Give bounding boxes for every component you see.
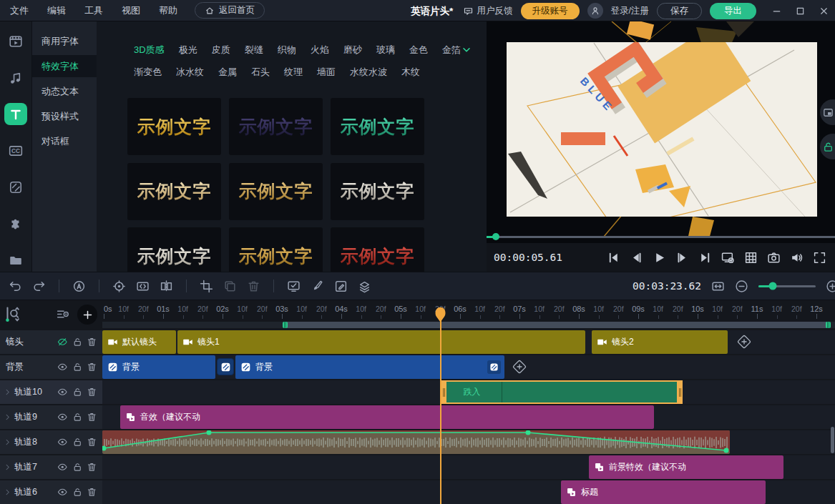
subnav-item[interactable]: 商用字体 [32, 30, 97, 52]
playhead-handle[interactable] [435, 307, 446, 322]
rail-item-subtitle[interactable]: CC [4, 139, 27, 162]
upgrade-button[interactable]: 升级账号 [521, 3, 580, 19]
tag-3D质感[interactable]: 3D质感 [134, 44, 165, 56]
delete-track-button[interactable] [87, 362, 97, 372]
tag-金属[interactable]: 金属 [218, 66, 237, 79]
subnav-item[interactable]: 预设样式 [32, 105, 97, 127]
rail-item-media-library[interactable] [4, 30, 27, 52]
text-effect-thumbnail-dark-indigo[interactable]: 示例文字 [229, 98, 323, 155]
toggle-track-visibility-button[interactable] [57, 412, 68, 423]
layers-button[interactable] [358, 280, 371, 293]
skip-end-button[interactable] [698, 251, 712, 265]
login-button[interactable]: 登录/注册 [611, 5, 649, 17]
feedback-button[interactable]: 用户反馈 [463, 5, 513, 17]
toggle-track-visibility-button[interactable] [57, 387, 68, 397]
rail-item-text[interactable] [4, 103, 27, 125]
subnav-item[interactable]: 特效字体 [32, 55, 97, 77]
play-button[interactable] [653, 251, 666, 265]
timeline-zoom-slider[interactable] [758, 285, 816, 287]
tag-金箔[interactable]: 金箔 [442, 44, 461, 56]
tag-磨砂[interactable]: 磨砂 [343, 44, 362, 56]
text-effect-thumbnail-gold-glitch[interactable]: 示例文字 [127, 98, 221, 155]
redo-button[interactable] [32, 280, 46, 293]
collapse-track-button[interactable] [3, 412, 12, 422]
rail-item-effects[interactable] [4, 213, 27, 235]
zoom-slider-knob[interactable] [769, 282, 777, 290]
tag-玻璃[interactable]: 玻璃 [376, 44, 395, 56]
expand-tags-button[interactable] [461, 44, 472, 56]
tag-水纹水波[interactable]: 水纹水波 [350, 66, 387, 79]
track-manager-button[interactable] [56, 307, 69, 321]
trash-button[interactable] [247, 280, 260, 293]
crop-button[interactable] [200, 280, 213, 293]
menu-编辑[interactable]: 编辑 [47, 4, 66, 17]
tag-皮质[interactable]: 皮质 [212, 44, 230, 56]
tag-裂缝[interactable]: 裂缝 [245, 44, 263, 56]
menu-文件[interactable]: 文件 [10, 4, 29, 17]
tag-火焰[interactable]: 火焰 [311, 44, 329, 56]
seek-handle[interactable] [492, 233, 499, 240]
back-home-button[interactable]: 返回首页 [195, 2, 265, 19]
vertical-scrollbar[interactable] [831, 427, 834, 453]
copy-button[interactable] [223, 280, 237, 293]
snapshot-button[interactable] [767, 251, 781, 265]
lock-track-button[interactable] [72, 437, 83, 448]
tag-墙面[interactable]: 墙面 [317, 66, 336, 79]
avatar[interactable] [587, 3, 603, 19]
maximize-button[interactable] [795, 6, 806, 16]
lock-track-button[interactable] [72, 337, 83, 347]
rail-item-audio[interactable] [4, 66, 27, 89]
text-effect-thumbnail-silver-white[interactable]: 示例文字 [127, 227, 221, 272]
menu-工具[interactable]: 工具 [84, 4, 103, 17]
lock-track-button[interactable] [72, 387, 83, 397]
text-effect-thumbnail-red[interactable]: 示例文字 [331, 227, 424, 272]
delete-track-button[interactable] [87, 387, 97, 397]
text-effect-thumbnail-champagne[interactable]: 示例文字 [127, 163, 221, 220]
collapse-track-button[interactable] [3, 488, 12, 497]
lock-track-button[interactable] [72, 412, 83, 423]
menu-视图[interactable]: 视图 [122, 4, 140, 17]
tag-石头[interactable]: 石头 [251, 66, 270, 79]
monitor-settings-button[interactable] [721, 251, 735, 265]
collapse-track-button[interactable] [3, 387, 12, 397]
toggle-track-visibility-button[interactable] [57, 462, 68, 473]
menu-帮助[interactable]: 帮助 [159, 4, 177, 17]
lock-track-button[interactable] [72, 462, 83, 473]
tag-纹理[interactable]: 纹理 [284, 66, 303, 79]
delete-track-button[interactable] [87, 487, 97, 498]
brush-button[interactable] [311, 280, 324, 293]
save-button[interactable]: 保存 [657, 3, 702, 19]
add-track-button[interactable] [77, 305, 97, 325]
minimize-button[interactable] [771, 6, 782, 16]
lock-track-button[interactable] [72, 362, 83, 372]
collapse-track-button[interactable] [3, 438, 12, 447]
toggle-track-visibility-button[interactable] [57, 337, 68, 347]
tag-织物[interactable]: 织物 [278, 44, 296, 56]
inout-button[interactable] [136, 280, 150, 293]
tag-木纹[interactable]: 木纹 [401, 66, 420, 79]
split-button[interactable] [160, 280, 173, 293]
speaker-button[interactable] [790, 251, 804, 265]
delete-track-button[interactable] [87, 337, 97, 347]
text-effect-thumbnail-silver[interactable]: 示例文字 [331, 163, 424, 220]
rail-item-transition[interactable] [4, 177, 27, 199]
fit-timeline-button[interactable] [711, 280, 725, 293]
playhead[interactable] [440, 307, 441, 504]
next-frame-button[interactable] [675, 251, 689, 265]
rail-item-my-files[interactable] [4, 249, 27, 272]
text-effect-thumbnail-gold[interactable]: 示例文字 [229, 163, 323, 220]
zoom-out-button[interactable] [735, 280, 748, 293]
record-button[interactable] [72, 280, 86, 293]
render-preview-button[interactable] [287, 280, 301, 293]
delete-track-button[interactable] [87, 412, 97, 423]
delete-track-button[interactable] [87, 462, 97, 473]
track-height-zoom-tool[interactable] [4, 306, 21, 322]
keyframe-button[interactable] [112, 280, 126, 293]
tag-冰水纹[interactable]: 冰水纹 [176, 66, 204, 79]
text-effect-thumbnail-teal[interactable]: 示例文字 [331, 98, 424, 155]
zoom-in-button[interactable] [826, 280, 835, 293]
undo-button[interactable] [9, 280, 22, 293]
text-effect-thumbnail-gold-gradient[interactable]: 示例文字 [229, 227, 323, 272]
fullscreen-button[interactable] [813, 251, 826, 265]
tag-金色[interactable]: 金色 [409, 44, 428, 56]
